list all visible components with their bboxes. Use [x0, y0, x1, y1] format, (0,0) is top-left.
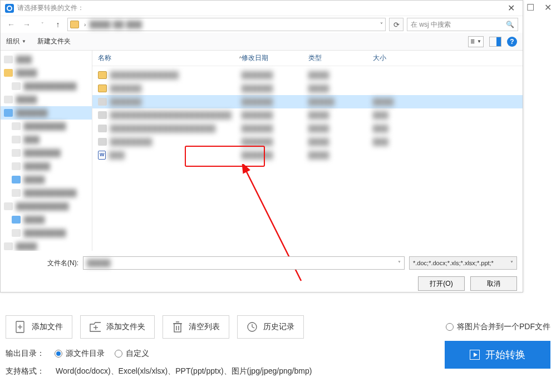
- dialog-title: 请选择要转换的文件：: [17, 3, 504, 13]
- list-item[interactable]: ███████████████████████: [92, 68, 523, 82]
- column-size[interactable]: 大小: [373, 53, 417, 63]
- chevron-right-icon: ›: [82, 22, 87, 28]
- supported-formats-label: 支持格式：: [6, 366, 45, 376]
- toolbar-new-folder[interactable]: 新建文件夹: [37, 37, 71, 46]
- filename-input[interactable]: █████˅: [83, 256, 405, 270]
- list-item-highlighted[interactable]: █████████████: [92, 148, 523, 162]
- file-type-filter[interactable]: *.doc;*.docx;*.xls;*.xlsx;*.ppt;*˅: [409, 256, 517, 270]
- search-input[interactable]: 在 wsj 中搜索 🔍: [407, 18, 518, 31]
- list-item[interactable]: ████████████████████████████████████: [92, 108, 523, 122]
- preview-pane-button[interactable]: [489, 37, 501, 47]
- trash-icon: [172, 321, 183, 333]
- outer-maximize-button[interactable]: ☐: [527, 2, 534, 13]
- dialog-toolbar: 组织▼ 新建文件夹 ≣▼ ?: [1, 33, 523, 51]
- dialog-footer: 文件名(N): █████˅ *.doc;*.docx;*.xls;*.xlsx…: [1, 251, 523, 296]
- column-type[interactable]: 类型: [308, 53, 373, 63]
- search-placeholder: 在 wsj 中搜索: [411, 20, 506, 29]
- nav-up-button[interactable]: ↑: [52, 18, 64, 31]
- add-file-button[interactable]: 添加文件: [6, 315, 72, 339]
- app-bottom-panel: 添加文件 添加文件夹 清空列表 历史记录 将图片合并到一个PDF文件 输出目录：…: [0, 309, 556, 382]
- add-folder-icon: [90, 321, 101, 333]
- file-list-area: 名称^ 修改日期 类型 大小 ███████████████████████ █…: [92, 51, 523, 251]
- nav-history-dropdown[interactable]: ˅: [36, 18, 48, 31]
- svg-rect-6: [174, 324, 181, 332]
- sidebar-tree[interactable]: ███ ████ ██████████ ████ ██████ ████████…: [1, 51, 92, 251]
- svg-line-13: [252, 327, 254, 328]
- supported-formats-value: Word(doc/docx)、Excel(xls/xlsx)、PPT(ppt/p…: [56, 366, 312, 376]
- path-segment: ████ ██ ███: [90, 21, 142, 28]
- path-dropdown-icon[interactable]: ˅: [380, 22, 383, 28]
- nav-back-button[interactable]: ←: [5, 18, 17, 31]
- filename-dropdown-icon[interactable]: ˅: [398, 260, 401, 266]
- filename-label: 文件名(N):: [6, 259, 78, 268]
- add-file-icon: [15, 321, 26, 333]
- search-icon: 🔍: [506, 21, 514, 28]
- toolbar-organize[interactable]: 组织▼: [6, 37, 26, 46]
- view-mode-button[interactable]: ≣▼: [468, 36, 484, 47]
- list-item[interactable]: █████████████████████: [92, 135, 523, 148]
- outer-close-button[interactable]: ✕: [544, 2, 552, 13]
- refresh-button[interactable]: ⟳: [389, 18, 404, 31]
- list-item[interactable]: █████████████████████████████████: [92, 122, 523, 135]
- add-folder-button[interactable]: 添加文件夹: [80, 315, 155, 339]
- start-convert-button[interactable]: 开始转换: [445, 341, 550, 369]
- word-doc-icon: [98, 151, 106, 160]
- column-name[interactable]: 名称^: [98, 53, 242, 63]
- output-source-dir-radio[interactable]: 源文件目录: [55, 349, 105, 359]
- help-button[interactable]: ?: [507, 37, 517, 47]
- path-breadcrumb[interactable]: › ████ ██ ███ ˅: [67, 18, 386, 31]
- list-item[interactable]: ████████████████: [92, 82, 523, 95]
- dialog-titlebar: 请选择要转换的文件： ✕: [1, 1, 523, 16]
- output-custom-radio[interactable]: 自定义: [115, 349, 149, 359]
- column-headers: 名称^ 修改日期 类型 大小: [92, 51, 523, 66]
- list-item-selected[interactable]: █████████████████████: [92, 95, 523, 108]
- dialog-path-row: ← → ˅ ↑ › ████ ██ ███ ˅ ⟳ 在 wsj 中搜索 🔍: [1, 16, 523, 33]
- nav-forward-button[interactable]: →: [21, 18, 33, 31]
- play-icon: [470, 350, 480, 360]
- file-list[interactable]: ███████████████████████ ████████████████…: [92, 66, 523, 251]
- cancel-button[interactable]: 取消: [470, 276, 517, 291]
- app-logo-icon: [5, 4, 14, 13]
- clear-list-button[interactable]: 清空列表: [163, 315, 229, 339]
- history-button[interactable]: 历史记录: [237, 315, 304, 339]
- history-icon: [247, 321, 258, 333]
- dialog-close-button[interactable]: ✕: [504, 3, 518, 13]
- output-dir-label: 输出目录：: [6, 349, 45, 359]
- file-open-dialog: 请选择要转换的文件： ✕ ← → ˅ ↑ › ████ ██ ███ ˅ ⟳ 在…: [0, 0, 523, 292]
- open-button[interactable]: 打开(O): [418, 276, 465, 291]
- column-date[interactable]: 修改日期: [242, 53, 308, 63]
- folder-icon: [70, 21, 79, 28]
- merge-to-pdf-radio[interactable]: 将图片合并到一个PDF文件: [446, 322, 550, 332]
